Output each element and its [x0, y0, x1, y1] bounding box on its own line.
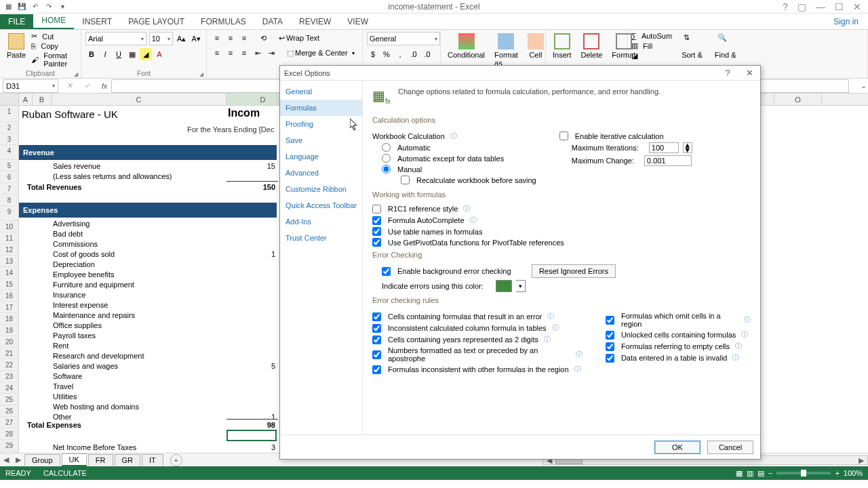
- row-header[interactable]: 21: [0, 348, 19, 359]
- error-rule-checkbox[interactable]: [372, 336, 381, 344]
- formula-autocomplete-checkbox[interactable]: [372, 216, 381, 225]
- font-launcher[interactable]: ◢: [199, 71, 203, 77]
- row-header[interactable]: 15: [0, 279, 19, 290]
- view-pagelayout-icon[interactable]: ▥: [747, 469, 753, 478]
- cell[interactable]: Net Income Before Taxes: [52, 441, 136, 453]
- row-header[interactable]: 25: [0, 394, 19, 405]
- row-header[interactable]: 2: [0, 122, 19, 134]
- reset-ignored-errors-button[interactable]: Reset Ignored Errors: [532, 264, 616, 278]
- comma-button[interactable]: ,: [394, 48, 406, 60]
- options-nav-item[interactable]: Quick Access Toolbar: [280, 197, 362, 214]
- close-icon[interactable]: ✕: [738, 68, 760, 78]
- align-center-button[interactable]: ≡: [224, 47, 237, 59]
- options-nav-item[interactable]: Save: [280, 132, 362, 148]
- row-header[interactable]: 26: [0, 405, 19, 417]
- orientation-button[interactable]: ⟲: [257, 32, 269, 44]
- cell-styles-button[interactable]: Cell: [525, 32, 547, 68]
- clear-button[interactable]: ◪: [631, 52, 672, 60]
- fx-button[interactable]: fx: [98, 79, 111, 93]
- chevron-down-icon[interactable]: ▾: [352, 50, 355, 56]
- view-pagebreak-icon[interactable]: ▤: [757, 469, 764, 478]
- view-normal-icon[interactable]: ▦: [736, 469, 743, 478]
- bold-button[interactable]: B: [85, 48, 98, 60]
- name-box[interactable]: D31▾: [3, 79, 58, 93]
- accept-formula-button[interactable]: ✓: [80, 79, 94, 93]
- select-all-corner[interactable]: [0, 94, 19, 105]
- tab-insert[interactable]: INSERT: [74, 14, 120, 29]
- row-header[interactable]: 4: [0, 145, 19, 160]
- max-iterations-input[interactable]: [649, 142, 679, 153]
- row-header[interactable]: 19: [0, 325, 19, 336]
- max-change-input[interactable]: [644, 155, 692, 166]
- col-o[interactable]: O: [774, 94, 822, 105]
- sheet-tab[interactable]: IT: [142, 454, 163, 466]
- row-header[interactable]: 6: [0, 171, 19, 183]
- options-nav-item[interactable]: Formulas: [280, 100, 362, 116]
- tab-formulas[interactable]: FORMULAS: [193, 14, 254, 29]
- row-header[interactable]: 3: [0, 134, 19, 145]
- row-header[interactable]: 16: [0, 290, 19, 302]
- sheet-tab[interactable]: UK: [62, 453, 87, 466]
- merge-center-button[interactable]: Merge & Center: [295, 49, 348, 57]
- row-header[interactable]: 13: [0, 256, 19, 267]
- info-icon[interactable]: ⓘ: [450, 131, 457, 141]
- error-rule-checkbox[interactable]: [606, 331, 614, 340]
- font-color-button[interactable]: A: [153, 48, 165, 60]
- paste-button[interactable]: Paste: [4, 32, 28, 68]
- info-icon[interactable]: ⓘ: [744, 315, 751, 325]
- expand-formula-bar[interactable]: ⌄: [859, 81, 868, 90]
- error-rule-checkbox[interactable]: [372, 350, 381, 359]
- help-icon[interactable]: ?: [717, 68, 738, 78]
- increase-indent-button[interactable]: ⇥: [265, 47, 277, 59]
- align-top-button[interactable]: ≡: [211, 32, 223, 44]
- sort-filter-button[interactable]: ⇅Sort &: [679, 32, 705, 60]
- insert-cells-button[interactable]: Insert: [550, 32, 574, 60]
- row-header[interactable]: 24: [0, 382, 19, 394]
- error-rule-checkbox[interactable]: [372, 365, 381, 374]
- cell[interactable]: 5: [226, 360, 278, 371]
- increase-decimal-button[interactable]: .0: [408, 48, 420, 60]
- cell[interactable]: 1: [226, 248, 278, 260]
- calc-auto-except-radio[interactable]: [382, 154, 391, 163]
- row-header[interactable]: 30: [0, 451, 19, 453]
- cell[interactable]: (Less sales returns and allowances): [52, 170, 172, 182]
- cell[interactable]: 3: [226, 441, 278, 453]
- options-nav-item[interactable]: Language: [280, 148, 362, 165]
- increase-font-button[interactable]: A▴: [176, 33, 188, 45]
- underline-button[interactable]: U: [113, 48, 125, 60]
- row-header[interactable]: 9: [0, 206, 19, 221]
- tab-nav-next[interactable]: ▶: [12, 455, 24, 464]
- new-sheet-button[interactable]: +: [170, 454, 182, 466]
- minimize-icon[interactable]: —: [816, 1, 825, 12]
- align-left-button[interactable]: ≡: [211, 47, 223, 59]
- redo-icon[interactable]: ↷: [43, 1, 54, 12]
- error-rule-checkbox[interactable]: [372, 324, 381, 333]
- info-icon[interactable]: ⓘ: [741, 330, 748, 340]
- decrease-font-button[interactable]: A▾: [190, 33, 202, 45]
- spinner[interactable]: ▲▼: [683, 142, 692, 153]
- info-icon[interactable]: ⓘ: [552, 323, 559, 333]
- row-header[interactable]: 27: [0, 417, 19, 428]
- cell[interactable]: 15: [226, 160, 278, 171]
- error-rule-checkbox[interactable]: [606, 354, 614, 363]
- format-painter-button[interactable]: 🖌 Format Painter: [31, 52, 77, 68]
- table-names-checkbox[interactable]: [372, 227, 381, 236]
- zoom-out-button[interactable]: −: [768, 469, 772, 477]
- error-rule-checkbox[interactable]: [606, 316, 614, 325]
- row-header[interactable]: 29: [0, 440, 19, 451]
- row-header[interactable]: 20: [0, 336, 19, 348]
- zoom-value[interactable]: 100%: [844, 469, 863, 477]
- options-nav-item[interactable]: Advanced: [280, 165, 362, 181]
- row-header[interactable]: 14: [0, 267, 19, 279]
- iterative-calc-checkbox[interactable]: [559, 131, 568, 140]
- sheet-tab[interactable]: Group: [24, 454, 60, 466]
- maximize-icon[interactable]: ☐: [835, 1, 844, 12]
- decrease-decimal-button[interactable]: .0: [421, 48, 433, 60]
- tab-review[interactable]: REVIEW: [291, 14, 339, 29]
- getpivotdata-checkbox[interactable]: [372, 238, 381, 247]
- number-format-combo[interactable]: General▾: [367, 32, 440, 45]
- align-right-button[interactable]: ≡: [238, 47, 250, 59]
- row-header[interactable]: 5: [0, 160, 19, 171]
- tab-page-layout[interactable]: PAGE LAYOUT: [120, 14, 193, 29]
- qat-dd-icon[interactable]: ▾: [57, 1, 68, 12]
